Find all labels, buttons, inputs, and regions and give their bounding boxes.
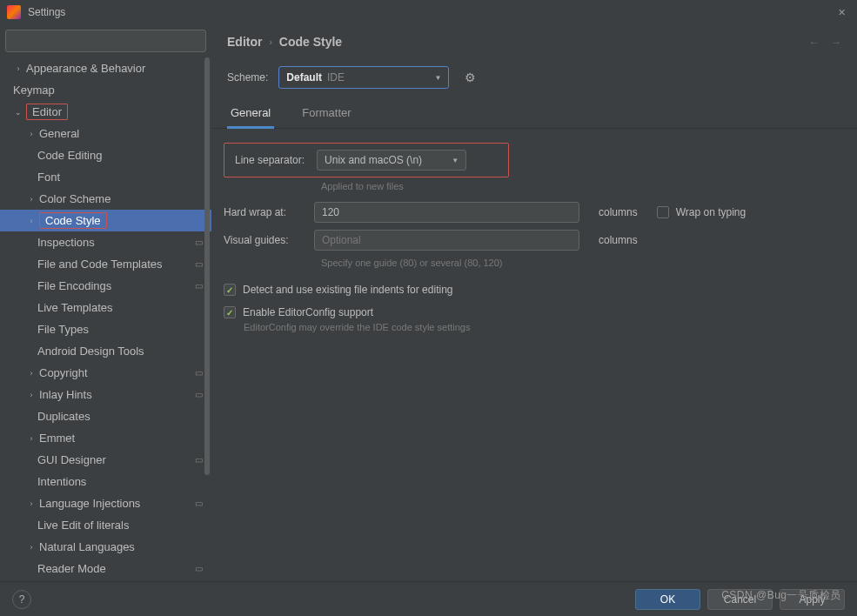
tree-item-inspections[interactable]: Inspections▭ [0,231,211,253]
tree-item-label: Android Design Tools [37,345,144,358]
tree-item-gui-designer[interactable]: GUI Designer▭ [0,449,211,471]
tree-item-duplicates[interactable]: Duplicates [0,405,211,427]
chevron-right-icon: › [26,499,37,508]
tree-item-copyright[interactable]: ›Copyright▭ [0,362,211,384]
project-level-icon: ▭ [195,368,203,378]
tree-item-reader-mode[interactable]: Reader Mode▭ [0,558,211,579]
nav-back-icon[interactable]: ← [808,36,820,49]
chevron-down-icon: ▼ [452,157,459,164]
wrap-on-typing-checkbox[interactable] [657,206,669,218]
nav-forward-icon[interactable]: → [830,36,841,49]
tree-item-live-templates[interactable]: Live Templates [0,297,211,318]
tree-item-natural-languages[interactable]: ›Natural Languages [0,536,211,558]
breadcrumb-codestyle[interactable]: Code Style [279,35,342,49]
ok-button[interactable]: OK [635,589,700,610]
tree-item-label: Duplicates [37,410,90,423]
tree-item-label: Live Templates [37,301,112,314]
tree-item-android-design-tools[interactable]: Android Design Tools [0,340,211,362]
tree-item-label: File and Code Templates [37,258,163,271]
hard-wrap-label: Hard wrap at: [224,206,304,218]
visual-guides-input[interactable] [314,230,579,251]
project-level-icon: ▭ [195,281,203,291]
tree-item-label: Color Scheme [39,192,110,205]
app-icon [7,5,21,19]
tree-item-label: Live Edit of literals [37,519,130,532]
chevron-right-icon: › [26,543,37,552]
scrollbar-thumb[interactable] [204,57,210,475]
visual-guides-label: Visual guides: [224,234,304,246]
tree-item-label: Language Injections [39,497,140,510]
detect-indents-checkbox[interactable] [224,284,236,296]
detect-indents-label: Detect and use existing file indents for… [243,284,452,296]
tree-item-label: Intentions [37,475,86,488]
tree-item-appearance-behavior[interactable]: ›Appearance & Behavior [0,57,211,79]
tree-item-color-scheme[interactable]: ›Color Scheme [0,188,211,210]
scheme-select[interactable]: Default IDE ▼ [278,66,449,89]
tree-item-keymap[interactable]: Keymap [0,79,211,101]
tree-item-label: GUI Designer [37,453,106,466]
tree-item-label: Copyright [39,366,88,379]
cancel-button[interactable]: Cancel [707,589,773,610]
tree-item-label: File Types [37,323,89,336]
project-level-icon: ▭ [195,390,203,399]
tree-item-label: Emmet [39,432,75,445]
help-button[interactable]: ? [12,590,31,609]
tree-item-inlay-hints[interactable]: ›Inlay Hints▭ [0,384,211,405]
wrap-on-typing-label: Wrap on typing [676,206,747,218]
close-icon[interactable]: ✕ [833,3,850,21]
tree-item-label: Appearance & Behavior [26,62,145,75]
gear-icon[interactable]: ⚙ [465,70,476,84]
tree-item-label: General [39,127,79,140]
project-level-icon: ▭ [195,564,203,573]
tree-item-label: Font [37,171,60,184]
tree-item-label: Inlay Hints [39,388,92,401]
tab-general[interactable]: General [227,99,274,129]
visual-guides-hint: Specify one guide (80) or several (80, 1… [321,258,845,268]
tree-item-label: Natural Languages [39,540,135,553]
tree-item-label: Editor [26,104,68,120]
sidebar-scrollbar[interactable] [203,57,211,581]
tree-item-label: Keymap [13,84,55,97]
tree-item-editor[interactable]: ⌄Editor [0,101,211,123]
tree-item-language-injections[interactable]: ›Language Injections▭ [0,492,211,514]
editorconfig-checkbox[interactable] [224,306,236,318]
tree-item-intentions[interactable]: Intentions [0,471,211,492]
chevron-down-icon: ⌄ [13,108,23,117]
editorconfig-label: Enable EditorConfig support [243,306,373,318]
settings-tree[interactable]: ›Appearance & BehaviorKeymap⌄Editor›Gene… [0,57,211,581]
chevron-down-icon: ▼ [434,74,441,82]
titlebar: Settings ✕ [0,0,857,24]
editorconfig-hint: EditorConfig may override the IDE code s… [244,322,845,332]
tree-item-font[interactable]: Font [0,166,211,188]
tree-item-live-edit-of-literals[interactable]: Live Edit of literals [0,514,211,536]
line-separator-block: Line separator: Unix and macOS (\n) ▼ [224,143,509,177]
breadcrumb-editor[interactable]: Editor [227,35,262,49]
line-sep-dropdown[interactable]: Unix and macOS (\n) ▼ [317,150,466,171]
line-sep-hint: Applied to new files [321,181,845,191]
window-title: Settings [28,6,833,18]
chevron-right-icon: › [26,217,37,225]
tree-item-label: File Encodings [37,279,111,292]
breadcrumb-sep-icon: › [269,37,271,47]
settings-content: Editor › Code Style ← → Scheme: Default … [211,24,857,581]
search-input[interactable] [5,30,206,52]
scheme-suffix: IDE [327,71,345,84]
tree-item-label: Code Style [39,212,107,229]
tree-item-file-encodings[interactable]: File Encodings▭ [0,275,211,297]
chevron-right-icon: › [26,369,37,378]
scheme-value: Default [286,71,322,84]
apply-button[interactable]: Apply [780,589,845,610]
tree-item-code-editing[interactable]: Code Editing [0,144,211,166]
tree-item-file-types[interactable]: File Types [0,318,211,340]
tab-formatter[interactable]: Formatter [298,99,354,128]
chevron-right-icon: › [26,130,37,138]
chevron-right-icon: › [26,391,37,399]
tree-item-emmet[interactable]: ›Emmet [0,427,211,449]
scheme-label: Scheme: [227,71,268,84]
hard-wrap-input[interactable] [314,202,579,223]
tree-item-general[interactable]: ›General [0,123,211,144]
tree-item-code-style[interactable]: ›Code Style [0,210,211,231]
tree-item-label: Reader Mode [37,562,106,575]
project-level-icon: ▭ [195,259,203,269]
tree-item-file-and-code-templates[interactable]: File and Code Templates▭ [0,253,211,275]
